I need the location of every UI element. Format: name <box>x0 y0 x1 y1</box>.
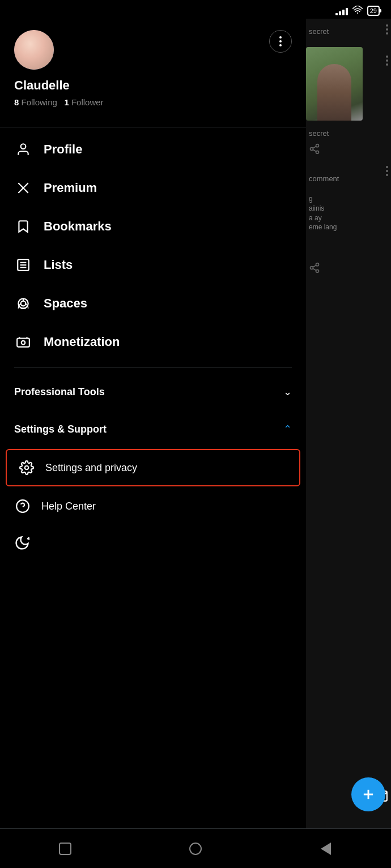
peek-share-icons <box>309 143 320 157</box>
peek-image <box>306 47 363 121</box>
help-center-item[interactable]: Help Center <box>0 488 306 525</box>
chevron-up-icon: ⌃ <box>283 423 292 435</box>
question-circle-icon <box>14 498 31 515</box>
share-icon <box>309 143 320 157</box>
gear-icon <box>18 459 35 476</box>
peek-dots-1 <box>386 24 388 35</box>
avatar[interactable] <box>14 30 54 70</box>
svg-point-1 <box>21 144 26 149</box>
help-center-label: Help Center <box>41 501 96 512</box>
sidebar-item-premium[interactable]: Premium <box>0 169 306 207</box>
follow-stats: 8 Following 1 Follower <box>14 97 292 107</box>
svg-point-13 <box>22 341 26 345</box>
spaces-label: Spaces <box>44 296 87 311</box>
svg-line-28 <box>313 268 316 270</box>
profile-top-row <box>14 30 292 70</box>
more-options-button[interactable] <box>269 30 292 53</box>
username: Claudelle <box>14 78 292 93</box>
peek-dots-3 <box>386 166 388 176</box>
microphone-icon <box>14 294 32 313</box>
bookmarks-label: Bookmarks <box>44 219 112 234</box>
professional-tools-header[interactable]: Professional Tools ⌄ <box>0 373 306 411</box>
sidebar: Claudelle 8 Following 1 Follower Profile <box>0 19 306 857</box>
moon-icon <box>14 535 292 553</box>
svg-point-22 <box>316 151 319 153</box>
person-icon <box>14 140 32 159</box>
nav-home-button[interactable] <box>181 835 210 863</box>
settings-support-header[interactable]: Settings & Support ⌃ <box>0 411 306 448</box>
sidebar-item-bookmarks[interactable]: Bookmarks <box>0 207 306 246</box>
chevron-down-icon: ⌄ <box>283 386 292 398</box>
money-icon <box>14 333 32 351</box>
profile-label: Profile <box>44 142 82 157</box>
lists-label: Lists <box>44 258 73 272</box>
x-logo-icon <box>14 179 32 197</box>
nav-square-button[interactable] <box>51 835 79 863</box>
svg-point-9 <box>21 301 26 306</box>
sidebar-item-spaces[interactable]: Spaces <box>0 284 306 323</box>
svg-rect-12 <box>17 339 29 347</box>
circle-icon <box>189 843 202 855</box>
svg-point-27 <box>316 270 319 272</box>
peek-dots-2 <box>386 55 388 66</box>
main-container: Claudelle 8 Following 1 Follower Profile <box>0 19 391 857</box>
peek-comment-text: comment <box>309 174 339 183</box>
settings-privacy-label: Settings and privacy <box>45 462 137 474</box>
fab-compose-button[interactable] <box>351 777 385 811</box>
peek-share-icons-2 <box>309 262 320 276</box>
bottom-nav <box>0 828 391 868</box>
right-peek: secret secret <box>306 19 391 857</box>
right-peek-content: secret secret <box>306 19 391 857</box>
sidebar-item-lists[interactable]: Lists <box>0 246 306 284</box>
night-mode-section[interactable] <box>0 525 306 563</box>
wifi-icon <box>352 6 363 16</box>
list-icon <box>14 256 32 274</box>
peek-secret-text-1: secret <box>309 27 329 36</box>
professional-tools-label: Professional Tools <box>14 386 105 398</box>
svg-line-29 <box>313 265 316 267</box>
sidebar-item-profile[interactable]: Profile <box>0 130 306 169</box>
svg-line-23 <box>313 149 316 151</box>
divider <box>0 127 306 127</box>
share-icon-2 <box>309 262 320 276</box>
svg-point-26 <box>311 267 313 270</box>
square-icon <box>59 843 71 855</box>
monetization-label: Monetization <box>44 335 120 349</box>
status-bar: 29 <box>0 0 391 19</box>
svg-point-20 <box>316 144 319 147</box>
bookmark-icon <box>14 217 32 236</box>
settings-privacy-item[interactable]: Settings and privacy <box>6 449 300 486</box>
section-divider-1 <box>14 367 292 367</box>
peek-text-block: g aiinis a ay eme lang <box>309 194 388 232</box>
settings-support-label: Settings & Support <box>14 424 107 435</box>
profile-section: Claudelle 8 Following 1 Follower <box>0 19 306 124</box>
signal-icon <box>335 6 348 15</box>
peek-secret-text-2: secret <box>309 129 329 138</box>
svg-point-16 <box>25 466 29 470</box>
premium-label: Premium <box>44 181 97 195</box>
more-dots-icon <box>279 36 282 46</box>
nav-back-button[interactable] <box>312 835 340 863</box>
back-arrow-icon <box>321 843 331 855</box>
svg-point-19 <box>28 538 29 539</box>
svg-line-24 <box>313 146 316 148</box>
svg-point-21 <box>311 148 313 151</box>
svg-point-0 <box>357 12 358 14</box>
svg-point-25 <box>316 263 319 266</box>
battery-icon: 29 <box>367 6 380 16</box>
sidebar-item-monetization[interactable]: Monetization <box>0 323 306 361</box>
